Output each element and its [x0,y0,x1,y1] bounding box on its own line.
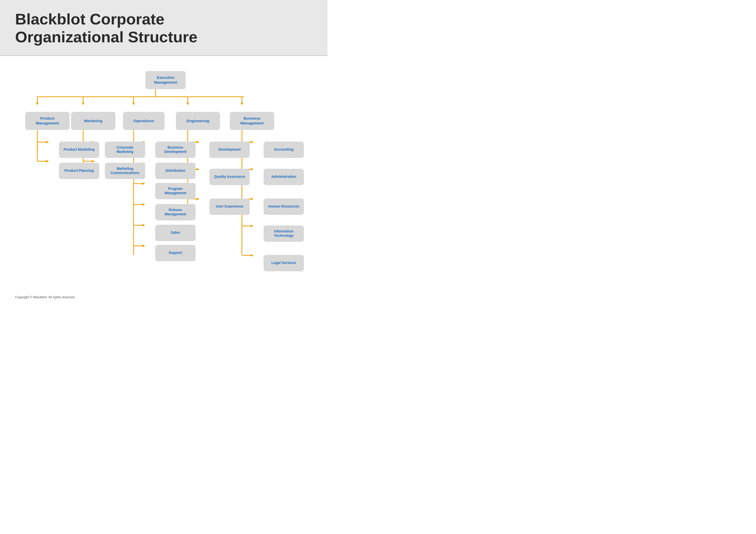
footer: Copyright © Blackblot. All rights reserv… [0,293,328,304]
legal-services-box: Legal Services [264,255,304,271]
page-title: Blackblot Corporate Organizational Struc… [15,10,312,46]
header: Blackblot Corporate Organizational Struc… [0,0,328,56]
product-planning-box: Product Planning [59,163,99,179]
distribution-box: Distribution [155,163,196,179]
quality-assurance-box: Quality Assurance [209,169,250,185]
release-management-box: ReleaseManagement [155,204,196,220]
engineering-box: Engineering [176,112,220,130]
product-management-box: ProductManagement [25,112,69,130]
development-box: Development [209,141,250,158]
information-technology-box: InformationTechnology [264,225,304,242]
marketing-communications-box: MarketingCommunications [105,163,145,179]
business-development-box: BusinessDevelopment [155,141,196,158]
user-experience-box: User Experience [209,198,250,215]
program-management-box: ProgramManagement [155,183,196,199]
support-box: Support [155,245,196,261]
product-marketing-box: Product Marketing [59,141,99,158]
administration-box: Administration [264,169,304,185]
copyright-text: Copyright © Blackblot. All rights reserv… [15,295,75,299]
exec-management-box: ExecutiveManagement [146,71,186,89]
chart-area: ExecutiveManagement ProductManagement Ma… [0,56,328,293]
sales-box: Sales [155,225,196,241]
operations-box: Operations [123,112,165,130]
accounting-box: Accounting [264,141,304,158]
business-management-box: BusinessManagement [230,112,274,130]
human-resources-box: Human Resources [264,198,304,215]
corporate-marketing-box: CorporateMarketing [105,141,145,158]
marketing-box: Marketing [71,112,116,130]
